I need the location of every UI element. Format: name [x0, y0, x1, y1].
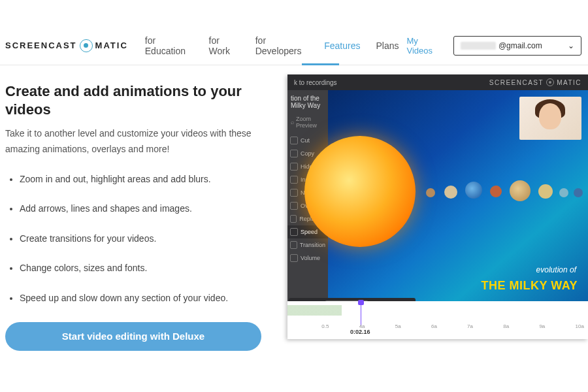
transition-icon [290, 241, 297, 249]
sb-transition[interactable]: Transition [287, 238, 328, 252]
planet-icon [538, 184, 553, 199]
overlay-caption: evolution of [536, 265, 576, 274]
nav-my-videos[interactable]: My Videos [406, 36, 442, 56]
search-icon: ⌕ [291, 119, 294, 125]
nav-developers[interactable]: for Developers [255, 35, 308, 56]
editor-titlebar: k to recordings SCREENCAST MATIC [287, 74, 588, 90]
top-nav: SCREENCAST MATIC for Education for Work … [0, 26, 588, 65]
speed-icon [290, 228, 298, 236]
hero-subtitle: Take it to another level and customize y… [5, 126, 265, 157]
hero-copy: Create and add animations to your videos… [5, 82, 276, 351]
timeline[interactable]: 0:02.16 0.54a5a6a7a8a9a10a [287, 301, 588, 339]
narrate-icon [290, 189, 298, 197]
editor-screenshot: k to recordings SCREENCAST MATIC tion of… [287, 74, 588, 339]
webcam-overlay [519, 97, 581, 140]
account-dropdown[interactable]: @gmail.com ⌄ [453, 36, 581, 56]
feature-item: Speed up and slow down any section of yo… [20, 292, 265, 305]
planet-icon [510, 180, 531, 201]
feature-item: Create transitions for your videos. [20, 233, 265, 246]
time-ticks: 0.54a5a6a7a8a9a10a [287, 323, 588, 335]
planet-icon [426, 188, 435, 197]
editor-brand: SCREENCAST MATIC [489, 78, 581, 86]
hero-title: Create and add animations to your videos [5, 82, 265, 118]
waveform [287, 305, 588, 316]
playhead[interactable] [361, 302, 361, 326]
copy-icon [290, 150, 298, 157]
logo-circle-icon [80, 39, 93, 52]
planet-icon [465, 182, 482, 199]
clip-title: tion of the Milky Way [287, 93, 328, 113]
sb-volume[interactable]: Volume [287, 252, 328, 265]
nav-education[interactable]: for Education [145, 35, 193, 56]
logo-text-left: SCREENCAST [5, 41, 77, 50]
feature-list: Zoom in and out, highlight areas and add… [5, 173, 265, 305]
planet-icon [574, 188, 583, 197]
insert-icon [290, 176, 298, 184]
nav-features[interactable]: Features [324, 41, 360, 51]
replace-icon [290, 215, 297, 223]
feature-item: Add arrows, lines and shapes and images. [20, 203, 265, 216]
editor-back[interactable]: k to recordings [294, 79, 337, 86]
account-redacted [461, 42, 496, 50]
nav-plans[interactable]: Plans [376, 41, 399, 51]
sb-cut[interactable]: Cut [287, 134, 328, 147]
brand-logo: SCREENCAST MATIC [5, 39, 128, 52]
hide-icon [290, 163, 298, 171]
feature-item: Change colors, sizes and fonts. [20, 262, 265, 275]
planet-icon [559, 188, 568, 197]
feature-item: Zoom in and out, highlight areas and add… [20, 173, 265, 186]
logo-text-right: MATIC [95, 41, 128, 50]
planet-icon [444, 186, 457, 199]
planet-icon [490, 186, 502, 197]
volume-icon [290, 254, 298, 262]
cut-icon [290, 137, 298, 144]
zoom-preview[interactable]: ⌕Zoom Preview [287, 113, 328, 134]
nav-work[interactable]: for Work [209, 35, 240, 56]
overlay-icon [290, 202, 298, 210]
sun-graphic [304, 136, 416, 247]
cta-button[interactable]: Start video editing with Deluxe [5, 322, 261, 351]
overlay-title: THE MILKY WAY [481, 279, 578, 293]
account-email: @gmail.com [498, 41, 542, 50]
video-preview: evolution of THE MILKY WAY [328, 90, 588, 312]
chevron-down-icon: ⌄ [568, 41, 574, 50]
